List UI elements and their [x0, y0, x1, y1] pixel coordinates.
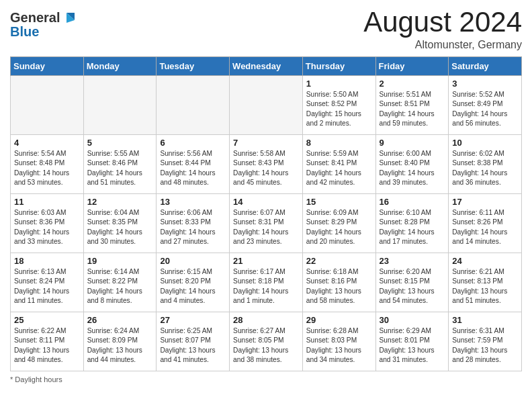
- day-number: 31: [452, 315, 518, 325]
- day-number: 3: [452, 79, 518, 89]
- day-number: 19: [87, 256, 153, 266]
- footer-note-text: Daylight hours: [15, 375, 62, 383]
- day-info: Sunrise: 6:09 AMSunset: 8:29 PMDaylight:…: [306, 208, 372, 246]
- day-number: 25: [14, 315, 80, 325]
- calendar-cell: 19Sunrise: 6:14 AMSunset: 8:22 PMDayligh…: [83, 253, 157, 312]
- day-number: 2: [380, 79, 445, 89]
- logo-general-text: General: [10, 10, 60, 26]
- calendar-week-4: 25Sunrise: 6:22 AMSunset: 8:11 PMDayligh…: [11, 312, 522, 371]
- month-title: August 2024: [363, 7, 522, 38]
- calendar-cell: 9Sunrise: 6:00 AMSunset: 8:40 PMDaylight…: [375, 135, 449, 194]
- day-number: 17: [452, 197, 518, 207]
- day-number: 24: [452, 256, 518, 266]
- day-number: 27: [160, 315, 226, 325]
- calendar-cell: 21Sunrise: 6:17 AMSunset: 8:18 PMDayligh…: [230, 253, 303, 312]
- day-number: 20: [160, 256, 226, 266]
- calendar-cell: 12Sunrise: 6:04 AMSunset: 8:35 PMDayligh…: [83, 194, 157, 253]
- calendar-cell: 5Sunrise: 5:55 AMSunset: 8:46 PMDaylight…: [83, 135, 157, 194]
- day-number: 14: [233, 197, 299, 207]
- day-number: 6: [160, 138, 226, 148]
- day-info: Sunrise: 5:58 AMSunset: 8:43 PMDaylight:…: [233, 149, 299, 187]
- header-day-wednesday: Wednesday: [230, 57, 303, 76]
- day-info: Sunrise: 6:20 AMSunset: 8:15 PMDaylight:…: [380, 267, 445, 306]
- day-number: 29: [306, 315, 372, 325]
- header-day-sunday: Sunday: [11, 57, 84, 76]
- calendar-cell: 11Sunrise: 6:03 AMSunset: 8:36 PMDayligh…: [11, 194, 84, 253]
- day-info: Sunrise: 5:59 AMSunset: 8:41 PMDaylight:…: [306, 149, 372, 187]
- day-number: 7: [233, 138, 299, 148]
- calendar-week-2: 11Sunrise: 6:03 AMSunset: 8:36 PMDayligh…: [11, 194, 522, 253]
- day-number: 5: [87, 138, 153, 148]
- header-day-tuesday: Tuesday: [157, 57, 230, 76]
- calendar-cell: 28Sunrise: 6:27 AMSunset: 8:05 PMDayligh…: [230, 312, 303, 371]
- day-number: 23: [380, 256, 445, 266]
- day-number: 22: [306, 256, 372, 266]
- day-info: Sunrise: 6:00 AMSunset: 8:40 PMDaylight:…: [380, 149, 445, 187]
- day-number: 26: [87, 315, 153, 325]
- title-area: August 2024 Altomunster, Germany: [363, 7, 522, 51]
- day-info: Sunrise: 6:31 AMSunset: 7:59 PMDaylight:…: [452, 326, 518, 365]
- calendar-cell: 14Sunrise: 6:07 AMSunset: 8:31 PMDayligh…: [230, 194, 303, 253]
- day-number: 11: [14, 197, 80, 207]
- day-info: Sunrise: 6:27 AMSunset: 8:05 PMDaylight:…: [233, 326, 299, 365]
- calendar-cell: 7Sunrise: 5:58 AMSunset: 8:43 PMDaylight…: [230, 135, 303, 194]
- day-number: 13: [160, 197, 226, 207]
- day-number: 12: [87, 197, 153, 207]
- day-info: Sunrise: 6:28 AMSunset: 8:03 PMDaylight:…: [306, 326, 372, 365]
- day-info: Sunrise: 6:22 AMSunset: 8:11 PMDaylight:…: [14, 326, 80, 365]
- day-info: Sunrise: 6:18 AMSunset: 8:16 PMDaylight:…: [306, 267, 372, 306]
- calendar-cell: 18Sunrise: 6:13 AMSunset: 8:24 PMDayligh…: [11, 253, 84, 312]
- day-number: 9: [380, 138, 445, 148]
- calendar-week-3: 18Sunrise: 6:13 AMSunset: 8:24 PMDayligh…: [11, 253, 522, 312]
- day-info: Sunrise: 6:15 AMSunset: 8:20 PMDaylight:…: [160, 267, 226, 306]
- calendar-week-0: 1Sunrise: 5:50 AMSunset: 8:52 PMDaylight…: [11, 76, 522, 135]
- day-info: Sunrise: 5:54 AMSunset: 8:48 PMDaylight:…: [14, 149, 80, 187]
- day-number: 8: [306, 138, 372, 148]
- calendar-cell: 13Sunrise: 6:06 AMSunset: 8:33 PMDayligh…: [157, 194, 230, 253]
- logo-area: General Blue: [10, 7, 76, 40]
- day-info: Sunrise: 6:21 AMSunset: 8:13 PMDaylight:…: [452, 267, 518, 306]
- calendar-header: SundayMondayTuesdayWednesdayThursdayFrid…: [11, 57, 522, 76]
- day-info: Sunrise: 6:14 AMSunset: 8:22 PMDaylight:…: [87, 267, 153, 306]
- calendar-cell: 4Sunrise: 5:54 AMSunset: 8:48 PMDaylight…: [11, 135, 84, 194]
- day-info: Sunrise: 6:25 AMSunset: 8:07 PMDaylight:…: [160, 326, 226, 365]
- day-info: Sunrise: 6:24 AMSunset: 8:09 PMDaylight:…: [87, 326, 153, 365]
- day-info: Sunrise: 6:03 AMSunset: 8:36 PMDaylight:…: [14, 208, 80, 246]
- header-day-saturday: Saturday: [449, 57, 522, 76]
- logo: General: [10, 10, 76, 26]
- calendar-cell: 29Sunrise: 6:28 AMSunset: 8:03 PMDayligh…: [302, 312, 375, 371]
- calendar-cell: 8Sunrise: 5:59 AMSunset: 8:41 PMDaylight…: [302, 135, 375, 194]
- day-info: Sunrise: 5:55 AMSunset: 8:46 PMDaylight:…: [87, 149, 153, 187]
- calendar-cell: 1Sunrise: 5:50 AMSunset: 8:52 PMDaylight…: [302, 76, 375, 135]
- day-number: 1: [306, 79, 372, 89]
- calendar-cell: 26Sunrise: 6:24 AMSunset: 8:09 PMDayligh…: [83, 312, 157, 371]
- day-info: Sunrise: 6:10 AMSunset: 8:28 PMDaylight:…: [380, 208, 445, 246]
- calendar-cell: 17Sunrise: 6:11 AMSunset: 8:26 PMDayligh…: [449, 194, 522, 253]
- calendar-cell: 25Sunrise: 6:22 AMSunset: 8:11 PMDayligh…: [11, 312, 84, 371]
- day-info: Sunrise: 6:02 AMSunset: 8:38 PMDaylight:…: [452, 149, 518, 187]
- calendar-cell: [157, 76, 230, 135]
- day-number: 21: [233, 256, 299, 266]
- calendar-cell: 16Sunrise: 6:10 AMSunset: 8:28 PMDayligh…: [375, 194, 449, 253]
- day-info: Sunrise: 6:17 AMSunset: 8:18 PMDaylight:…: [233, 267, 299, 306]
- calendar-cell: [83, 76, 157, 135]
- calendar-cell: 6Sunrise: 5:56 AMSunset: 8:44 PMDaylight…: [157, 135, 230, 194]
- header-row: SundayMondayTuesdayWednesdayThursdayFrid…: [11, 57, 522, 76]
- day-info: Sunrise: 5:52 AMSunset: 8:49 PMDaylight:…: [452, 90, 518, 128]
- logo-icon: [61, 11, 76, 26]
- day-number: 16: [380, 197, 445, 207]
- day-number: 28: [233, 315, 299, 325]
- calendar-cell: [11, 76, 84, 135]
- calendar-cell: 10Sunrise: 6:02 AMSunset: 8:38 PMDayligh…: [449, 135, 522, 194]
- day-info: Sunrise: 5:56 AMSunset: 8:44 PMDaylight:…: [160, 149, 226, 187]
- logo-blue-text: Blue: [10, 24, 39, 39]
- calendar-table: SundayMondayTuesdayWednesdayThursdayFrid…: [10, 56, 522, 371]
- calendar-cell: 31Sunrise: 6:31 AMSunset: 7:59 PMDayligh…: [449, 312, 522, 371]
- day-number: 15: [306, 197, 372, 207]
- day-info: Sunrise: 6:11 AMSunset: 8:26 PMDaylight:…: [452, 208, 518, 246]
- header-day-monday: Monday: [83, 57, 157, 76]
- subtitle: Altomunster, Germany: [363, 39, 522, 51]
- calendar-cell: 3Sunrise: 5:52 AMSunset: 8:49 PMDaylight…: [449, 76, 522, 135]
- day-info: Sunrise: 6:04 AMSunset: 8:35 PMDaylight:…: [87, 208, 153, 246]
- calendar-cell: 15Sunrise: 6:09 AMSunset: 8:29 PMDayligh…: [302, 194, 375, 253]
